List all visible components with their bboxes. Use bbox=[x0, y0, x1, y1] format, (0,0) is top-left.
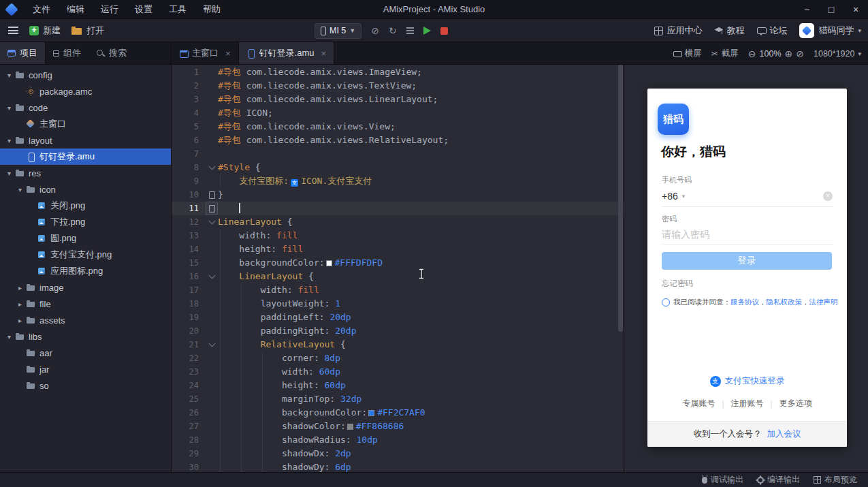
editor-tab[interactable]: 钉钉登录.amu× bbox=[239, 42, 335, 64]
tree-item[interactable]: 圆.png bbox=[0, 230, 171, 247]
code-line[interactable]: 24 height: 60dp bbox=[172, 379, 624, 392]
fold-icon[interactable] bbox=[208, 341, 215, 347]
app-center-button[interactable]: 应用中心 bbox=[654, 25, 702, 37]
tree-item[interactable]: ▾code bbox=[0, 99, 171, 116]
tree-item[interactable]: aar bbox=[0, 345, 171, 361]
code-line[interactable]: 22 corner: 8dp bbox=[172, 351, 624, 365]
code-editor[interactable]: 1#导包 com.liecode.amix.views.ImageView;2#… bbox=[172, 65, 624, 472]
tree-item[interactable]: ▸image bbox=[0, 279, 171, 296]
tree-item[interactable]: ▸file bbox=[0, 296, 171, 312]
minimize-button[interactable]: − bbox=[794, 0, 819, 19]
agreement-link[interactable]: 服务协议 bbox=[730, 298, 759, 306]
clear-input-icon[interactable]: × bbox=[823, 191, 833, 201]
resolution-selector[interactable]: 1080*1920 ▾ bbox=[814, 49, 861, 59]
tree-expand-icon[interactable]: ▾ bbox=[4, 137, 14, 144]
code-line[interactable]: 10} bbox=[172, 188, 624, 202]
code-line[interactable]: 4#导包 ICON; bbox=[172, 106, 624, 120]
layers-icon[interactable] bbox=[406, 27, 414, 29]
tree-item[interactable]: ▾icon bbox=[0, 181, 171, 198]
editor-tab[interactable]: 主窗口× bbox=[172, 42, 239, 64]
tutorial-button[interactable]: 教程 bbox=[714, 25, 744, 37]
open-button[interactable]: 打开 bbox=[71, 25, 104, 37]
tree-item[interactable]: jar bbox=[0, 361, 171, 377]
tree-item[interactable]: ▾res bbox=[0, 165, 171, 181]
chevron-down-icon[interactable]: ▾ bbox=[682, 193, 686, 200]
tree-item[interactable]: so bbox=[0, 377, 171, 394]
zoom-reset-icon[interactable]: ⊘ bbox=[796, 48, 804, 59]
code-line[interactable]: 26 backgroundColor:#FF2C7AF0 bbox=[172, 406, 624, 420]
tree-item[interactable]: 钉钉登录.amu bbox=[0, 148, 171, 165]
code-line[interactable]: 8#Style { bbox=[172, 161, 624, 174]
device-selector[interactable]: MI 5 ▼ bbox=[315, 23, 361, 39]
code-line[interactable]: 13 width: fill bbox=[172, 229, 624, 242]
code-line[interactable]: 14 height: fill bbox=[172, 242, 624, 256]
tree-item[interactable]: 关闭.png bbox=[0, 198, 171, 214]
restart-icon[interactable]: ↻ bbox=[389, 26, 397, 35]
code-line[interactable]: 30 shadowDy: 6dp bbox=[172, 460, 624, 472]
tree-expand-icon[interactable]: ▾ bbox=[4, 72, 14, 79]
tree-item[interactable]: ▾layout bbox=[0, 132, 171, 148]
agreement-link[interactable]: 隐私权政策 bbox=[767, 298, 803, 306]
forum-button[interactable]: 论坛 bbox=[756, 25, 787, 37]
code-line[interactable]: 29 shadowDx: 2dp bbox=[172, 447, 624, 460]
menu-item[interactable]: 设置 bbox=[127, 0, 161, 19]
close-tab-icon[interactable]: × bbox=[225, 48, 231, 59]
code-line[interactable]: 15 backgroundColor:#FFFDFDFD bbox=[172, 256, 624, 270]
screenshot-button[interactable]: ✂ 截屏 bbox=[711, 48, 739, 59]
zoom-in-icon[interactable]: ⊕ bbox=[785, 48, 793, 59]
tree-expand-icon[interactable]: ▸ bbox=[15, 284, 25, 292]
tab-components[interactable]: 组件 bbox=[46, 42, 89, 64]
tree-item[interactable]: 应用图标.png bbox=[0, 263, 171, 279]
editor-scrollbar[interactable] bbox=[618, 65, 623, 332]
tree-item[interactable]: ▸assets bbox=[0, 312, 171, 328]
fold-icon[interactable] bbox=[208, 218, 215, 225]
code-line[interactable]: 21 RelativeLayout { bbox=[172, 338, 624, 351]
tree-item[interactable]: ▾libs bbox=[0, 328, 171, 345]
run-button[interactable] bbox=[423, 27, 431, 35]
forgot-password-link[interactable]: 忘记密码 bbox=[662, 279, 693, 289]
password-input[interactable]: 请输入密码 bbox=[662, 229, 709, 241]
tree-item[interactable]: 主窗口 bbox=[0, 116, 171, 132]
close-button[interactable]: × bbox=[843, 0, 868, 19]
close-tab-icon[interactable]: × bbox=[321, 48, 327, 59]
join-meeting-link[interactable]: 加入会议 bbox=[767, 428, 801, 440]
code-line[interactable]: 18 layoutWeight: 1 bbox=[172, 297, 624, 311]
menu-item[interactable]: 帮助 bbox=[195, 0, 229, 19]
code-line[interactable]: 19 paddingLeft: 20dp bbox=[172, 311, 624, 324]
alipay-login-button[interactable]: 支 支付宝快速登录 bbox=[647, 375, 847, 387]
tree-expand-icon[interactable]: ▾ bbox=[15, 186, 25, 193]
zoom-out-icon[interactable]: ⊖ bbox=[748, 48, 756, 59]
login-button[interactable]: 登录 bbox=[662, 252, 832, 270]
code-line[interactable]: 7 bbox=[172, 147, 624, 161]
layout-preview-button[interactable]: 布局预览 bbox=[814, 474, 857, 486]
tab-search[interactable]: 搜索 bbox=[89, 42, 134, 64]
code-line[interactable]: 1#导包 com.liecode.amix.views.ImageView; bbox=[172, 65, 624, 79]
phone-number-field[interactable]: +86 ▾ × bbox=[662, 191, 833, 202]
tree-item[interactable]: 支付宝支付.png bbox=[0, 247, 171, 263]
code-line[interactable]: 5#导包 com.liecode.amix.views.View; bbox=[172, 120, 624, 133]
code-line[interactable]: 9 支付宝图标:支ICON.支付宝支付 bbox=[172, 174, 624, 188]
account-option-link[interactable]: 专属账号 bbox=[682, 398, 715, 409]
code-line[interactable]: 23 width: 60dp bbox=[172, 365, 624, 379]
menu-item[interactable]: 文件 bbox=[25, 0, 59, 19]
menu-item[interactable]: 编辑 bbox=[59, 0, 93, 19]
code-line[interactable]: 27 shadowColor:#FF868686 bbox=[172, 420, 624, 433]
menu-item[interactable]: 运行 bbox=[93, 0, 127, 19]
tree-expand-icon[interactable]: ▾ bbox=[4, 170, 14, 177]
hamburger-menu-icon[interactable] bbox=[8, 27, 18, 34]
account-option-link[interactable]: 注册账号 bbox=[731, 398, 764, 409]
user-account-menu[interactable]: 猎码同学 ▾ bbox=[799, 23, 861, 38]
menu-item[interactable]: 工具 bbox=[161, 0, 195, 19]
tree-item[interactable]: 下拉.png bbox=[0, 214, 171, 230]
tree-expand-icon[interactable]: ▾ bbox=[4, 104, 14, 112]
debug-output-button[interactable]: 调试输出 bbox=[702, 474, 743, 486]
code-line[interactable]: 20 paddingRight: 20dp bbox=[172, 324, 624, 338]
code-line[interactable]: 6#导包 com.liecode.amix.views.RelativeLayo… bbox=[172, 133, 624, 147]
agreement-link[interactable]: 法律声明 bbox=[809, 298, 838, 306]
compile-output-button[interactable]: 编译输出 bbox=[757, 474, 800, 486]
code-line[interactable]: 3#导包 com.liecode.amix.views.LinearLayout… bbox=[172, 93, 624, 106]
tab-project[interactable]: 项目 bbox=[0, 42, 46, 64]
code-line[interactable]: 12LinearLayout { bbox=[172, 215, 624, 229]
tree-expand-icon[interactable]: ▸ bbox=[15, 300, 25, 308]
tree-item[interactable]: ▾config bbox=[0, 67, 171, 83]
